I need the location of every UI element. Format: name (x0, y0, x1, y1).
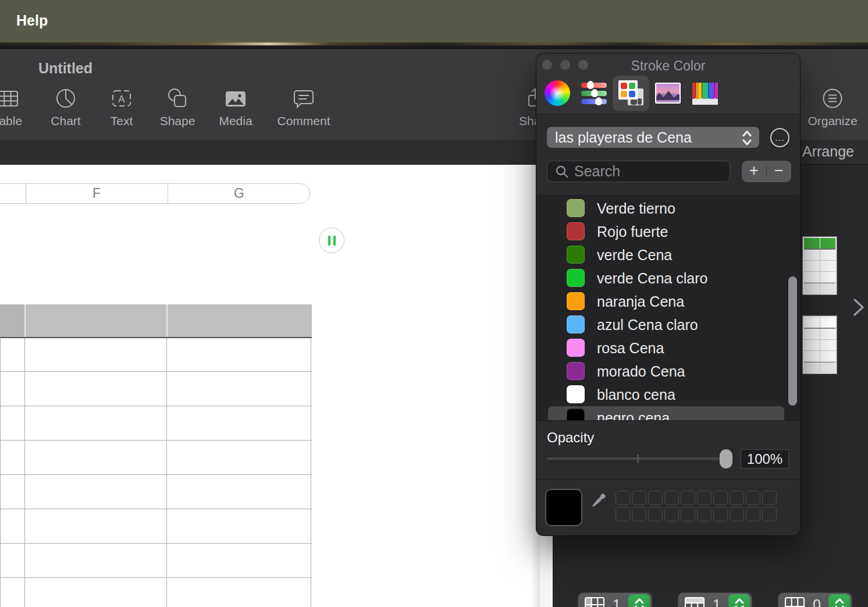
stepper-footer-rows[interactable]: 0 (778, 592, 852, 607)
toolbar-item-comment[interactable]: Comment (266, 85, 341, 128)
swatch-slot[interactable] (632, 507, 646, 521)
toolbar-item-label: Organize (795, 114, 868, 128)
panel-bottom-bar (536, 479, 800, 535)
color-item-rosa-cena[interactable]: rosa Cena (536, 336, 800, 360)
menu-bar: Help (0, 0, 868, 42)
swatch-slot[interactable] (681, 507, 695, 521)
column-header-f[interactable]: F (26, 184, 168, 203)
remove-color-button[interactable]: − (767, 161, 791, 182)
opacity-slider-track[interactable] (547, 457, 733, 460)
header-columns-icon (584, 597, 605, 607)
table-header-row[interactable] (0, 304, 312, 338)
swatch-slot[interactable] (648, 507, 663, 521)
swatch-slot[interactable] (713, 507, 728, 521)
color-name: negro cena (597, 406, 670, 421)
swatch-slot[interactable] (681, 491, 695, 505)
color-item-azul-cena-claro[interactable]: azul Cena claro (536, 313, 800, 336)
stepper-header-columns[interactable]: 1 (578, 592, 652, 607)
swatch-slot[interactable] (762, 491, 777, 505)
opacity-label: Opacity (547, 429, 594, 446)
color-swatch (567, 385, 585, 403)
swatch-slot[interactable] (762, 507, 777, 521)
swatch-slot[interactable] (616, 507, 630, 521)
table-style-plain[interactable] (803, 316, 837, 374)
tab-color-wheel-icon[interactable] (541, 77, 574, 109)
stepper-header-rows[interactable]: 1 (678, 592, 752, 607)
tab-color-palettes-icon[interactable] (615, 77, 648, 109)
swatch-slot[interactable] (730, 507, 744, 521)
document-title: Untitled (38, 60, 93, 77)
color-item-verde-cena[interactable]: verde Cena (536, 243, 800, 267)
current-color-well[interactable] (545, 489, 582, 526)
color-list-scrollbar-thumb[interactable] (788, 276, 797, 406)
color-item-negro-cena[interactable]: negro cena (536, 406, 800, 421)
swatch-slot[interactable] (697, 507, 712, 521)
color-name: blanco cena (597, 383, 675, 406)
toolbar-item-organize[interactable]: Organize (795, 85, 868, 128)
desktop-wallpaper-shadow (0, 45, 868, 49)
swatch-slot[interactable] (730, 491, 744, 505)
color-name: morado Cena (597, 360, 685, 383)
color-swatch (567, 339, 585, 357)
swatch-slot[interactable] (697, 491, 712, 505)
style-pager-next-icon[interactable] (852, 297, 865, 320)
table-corner-cell (0, 304, 25, 337)
color-swatch (567, 222, 585, 240)
color-swatch (567, 409, 585, 421)
swatch-slot[interactable] (664, 507, 679, 521)
stepper-updown-button[interactable] (828, 594, 850, 607)
table-handle-button[interactable] (319, 228, 344, 253)
svg-text:A: A (118, 94, 125, 105)
swatch-slot[interactable] (713, 491, 728, 505)
color-name: verde Cena (597, 243, 672, 267)
color-swatch (567, 246, 585, 264)
add-color-button[interactable]: + (742, 161, 766, 182)
opacity-slider-thumb[interactable] (720, 449, 732, 468)
palette-more-button[interactable]: … (770, 128, 789, 147)
eyedropper-icon[interactable] (586, 491, 609, 515)
panel-titlebar: Stroke Color (536, 54, 800, 114)
stepper-updown-button[interactable] (628, 594, 650, 607)
tab-color-sliders-icon[interactable] (578, 77, 610, 109)
header-rows-icon (684, 597, 705, 607)
color-name: verde Cena claro (597, 267, 707, 290)
swatch-slot[interactable] (616, 491, 630, 505)
table-style-green[interactable] (803, 237, 837, 294)
stepper-updown-button[interactable] (728, 594, 750, 607)
tab-pencils-icon[interactable] (689, 77, 721, 109)
color-swatch (567, 362, 585, 380)
opacity-value-field[interactable]: 100% (741, 449, 789, 468)
column-header-g[interactable]: G (168, 184, 311, 203)
swatch-slot[interactable] (746, 507, 760, 521)
header-divider (166, 304, 168, 337)
swatch-slot[interactable] (632, 491, 646, 505)
tab-image-palettes-icon[interactable] (652, 77, 684, 109)
color-item-morado-cena[interactable]: morado Cena (536, 360, 800, 383)
color-name: Verde tierno (597, 197, 675, 220)
sheet-table[interactable] (0, 304, 312, 607)
color-item-naranja-cena[interactable]: naranja Cena (536, 290, 800, 313)
color-item-verde-tierno[interactable]: Verde tierno (536, 197, 800, 220)
swatch-slot[interactable] (648, 491, 663, 505)
color-item-verde-cena-claro[interactable]: verde Cena claro (536, 267, 800, 290)
color-name: Rojo fuerte (597, 220, 668, 243)
search-placeholder: Search (574, 163, 620, 180)
color-name: azul Cena claro (597, 313, 698, 336)
stroke-color-panel: Stroke Color (536, 54, 800, 535)
swatch-slot[interactable] (664, 491, 679, 505)
search-icon (554, 164, 570, 179)
search-input[interactable]: Search (547, 161, 730, 182)
stepper-value: 1 (705, 597, 728, 607)
stepper-value: 1 (605, 597, 628, 607)
color-item-blanco-cena[interactable]: blanco cena (536, 383, 800, 406)
column-header-bar[interactable]: F G (0, 183, 310, 204)
color-item-rojo-fuerte[interactable]: Rojo fuerte (536, 220, 800, 243)
toolbar-item-media[interactable]: Media (198, 85, 273, 128)
color-swatch (567, 199, 585, 217)
tab-arrange[interactable]: Arrange (802, 143, 854, 160)
menu-help[interactable]: Help (16, 12, 48, 29)
footer-rows-icon (784, 597, 805, 607)
palette-select[interactable]: las playeras de Cena (547, 127, 759, 148)
color-swatch (567, 292, 585, 310)
swatch-slot[interactable] (746, 491, 760, 505)
